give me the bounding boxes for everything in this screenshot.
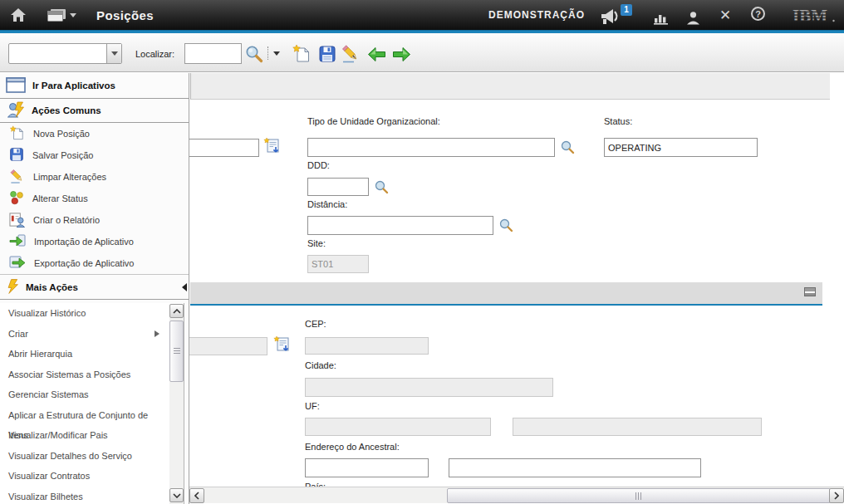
more-actions-scrollbar-thumb[interactable]: [169, 321, 184, 382]
distance-search-icon[interactable]: [498, 218, 513, 234]
scroll-right-icon[interactable]: [829, 488, 844, 503]
sidebar-item-go-to-applications[interactable]: Ir Para Aplicativos: [0, 73, 189, 99]
uf-description-field: [513, 418, 762, 436]
sidebar: Ir Para Aplicativos Ações Comuns Nova Po…: [0, 73, 189, 504]
section-rule: [190, 304, 822, 306]
sidebar-item-clear-changes[interactable]: Limpar Alterações: [0, 166, 189, 188]
close-icon[interactable]: ✕: [719, 5, 731, 25]
menu-item-label: Abrir Hierarquia: [8, 349, 72, 359]
profile-icon[interactable]: [686, 7, 700, 27]
new-record-icon[interactable]: [291, 43, 312, 65]
uf-label: UF:: [305, 401, 320, 411]
clear-changes-icon: [9, 169, 25, 186]
long-description-icon[interactable]: [263, 137, 282, 157]
sidebar-item-label: Alterar Status: [32, 193, 88, 203]
menu-item-label: Visualizar Bilhetes: [8, 492, 83, 502]
notification-badge[interactable]: 1: [621, 4, 632, 16]
applications-icon[interactable]: [47, 5, 76, 25]
status-label: Status:: [604, 116, 632, 126]
announcements-icon[interactable]: [600, 6, 621, 26]
ancestor-address-label: Endereço do Ancestral:: [305, 442, 400, 452]
more-actions-scrollbar[interactable]: [169, 304, 184, 504]
scroll-down-icon[interactable]: [169, 488, 184, 502]
menu-item-label: Gerenciar Sistemas: [8, 389, 89, 399]
menu-item-manage-systems[interactable]: Gerenciar Sistemas: [0, 384, 166, 405]
record-combobox-value: [9, 44, 106, 63]
cep-field: [305, 337, 429, 355]
import-icon: [9, 233, 26, 250]
ancestor-address-field[interactable]: [305, 458, 429, 477]
main-toolbar: Localizar:: [0, 33, 844, 72]
org-type-search-icon[interactable]: [560, 139, 575, 156]
status-field[interactable]: [604, 138, 758, 157]
site-field: [307, 255, 369, 273]
menu-item-view-service-details[interactable]: Visualizar Detalhes do Serviço: [0, 446, 166, 467]
toolbar-separator: [267, 46, 268, 60]
reports-icon[interactable]: [653, 7, 669, 27]
tab-band: [190, 73, 830, 100]
sidebar-item-label: Nova Posição: [33, 129, 90, 139]
scroll-left-icon[interactable]: [189, 488, 204, 503]
ddd-field[interactable]: [307, 178, 369, 196]
search-options-caret[interactable]: [273, 51, 280, 56]
home-icon[interactable]: [10, 5, 27, 25]
window-icon: [6, 77, 26, 95]
accent-line: [0, 30, 844, 33]
clear-changes-icon[interactable]: [340, 43, 361, 65]
uf-field: [305, 418, 491, 436]
sidebar-item-save-position[interactable]: Salvar Posição: [0, 144, 189, 166]
menu-item-view-history[interactable]: Visualizar Histórico: [0, 303, 166, 324]
ibm-logo: IBM: [792, 6, 837, 26]
ddd-search-icon[interactable]: [374, 179, 389, 196]
export-icon: [9, 255, 26, 272]
distance-field[interactable]: [307, 216, 493, 235]
collapse-sidebar-icon[interactable]: [182, 283, 187, 291]
section-header-band: [190, 282, 822, 304]
previous-record-icon[interactable]: [366, 43, 387, 65]
sidebar-header-more-actions[interactable]: Mais Ações: [0, 274, 189, 300]
horizontal-scrollbar[interactable]: [189, 487, 844, 503]
distance-label: Distância:: [307, 199, 347, 209]
menu-item-view-modify-parents[interactable]: Visualizar/Modificar Pais: [0, 425, 166, 446]
sidebar-item-label: Limpar Alterações: [33, 172, 106, 182]
menu-item-apply-item-set-structure[interactable]: Aplicar a Estrutura de Conjunto de Itens: [0, 405, 166, 426]
menu-item-create[interactable]: Criar: [0, 324, 166, 345]
sidebar-item-label: Salvar Posição: [32, 150, 93, 160]
record-combobox[interactable]: [8, 43, 122, 64]
long-description-icon[interactable]: [273, 335, 292, 355]
menu-item-view-contracts[interactable]: Visualizar Contratos: [0, 466, 166, 487]
page-title: Posições: [96, 8, 154, 22]
help-icon[interactable]: ?: [751, 7, 765, 21]
search-icon[interactable]: [243, 43, 265, 65]
sidebar-item-change-status[interactable]: Alterar Status: [0, 188, 189, 209]
report-icon: [9, 212, 25, 229]
sidebar-item-application-import[interactable]: Importação de Aplicativo: [0, 231, 189, 252]
save-icon[interactable]: [316, 43, 338, 65]
org-type-field[interactable]: [307, 138, 555, 157]
new-record-icon: [9, 125, 25, 143]
common-actions-icon: [7, 101, 25, 120]
ancestor-address-description-field[interactable]: [449, 458, 701, 477]
main-content: Tipo de Unidade Organizacional: Status: …: [189, 73, 844, 504]
menu-item-view-tickets[interactable]: Visualizar Bilhetes: [0, 487, 166, 504]
menu-item-open-hierarchy[interactable]: Abrir Hierarquia: [0, 344, 166, 365]
sidebar-item-label: Criar o Relatório: [33, 215, 100, 225]
sidebar-item-run-report[interactable]: Criar o Relatório: [0, 209, 189, 231]
menu-item-label: Criar: [8, 329, 28, 339]
sidebar-header-label: Mais Ações: [26, 282, 78, 292]
menu-item-label: Visualizar Detalhes do Serviço: [8, 451, 132, 461]
combobox-dropdown-button[interactable]: [106, 44, 121, 63]
horizontal-scrollbar-thumb[interactable]: [447, 488, 831, 503]
find-input[interactable]: [184, 43, 242, 64]
menu-item-associate-systems[interactable]: Associar Sistemas a Posições: [0, 365, 166, 385]
menu-item-label: Visualizar Histórico: [8, 308, 86, 318]
sidebar-item-label: Exportação de Aplicativo: [34, 258, 134, 268]
minimize-section-icon[interactable]: [804, 287, 816, 296]
sidebar-header-common-actions[interactable]: Ações Comuns: [0, 99, 189, 123]
top-bar: Posições DEMONSTRAÇÃO 1 ✕ ? IBM: [0, 0, 844, 30]
sidebar-item-new-position[interactable]: Nova Posição: [0, 123, 189, 144]
sidebar-item-application-export[interactable]: Exportação de Aplicativo: [0, 252, 189, 274]
next-record-icon[interactable]: [390, 43, 412, 65]
more-actions-icon: [7, 278, 19, 296]
scroll-up-icon[interactable]: [169, 304, 184, 318]
